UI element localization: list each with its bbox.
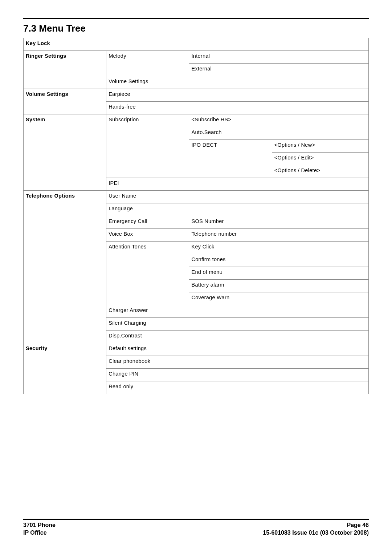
menu-system-ipei: IPEI [106, 178, 369, 191]
footer-rule [23, 519, 369, 520]
menu-ringer-internal: Internal [189, 51, 369, 64]
menu-system-subscription: Subscription [106, 114, 189, 178]
menu-system-options-delete: <Options / Delete> [272, 165, 368, 178]
section-title: 7.3 Menu Tree [23, 23, 369, 34]
menu-ringer-volume: Volume Settings [106, 76, 369, 89]
menu-tel-battery: Battery alarm [189, 280, 369, 292]
menu-tree-table: Key Lock Ringer Settings Melody Internal… [23, 38, 369, 394]
menu-ringer-settings: Ringer Settings [24, 51, 106, 89]
menu-tel-language: Language [106, 203, 369, 216]
menu-sec-clear: Clear phonebook [106, 356, 369, 369]
menu-telephone-options: Telephone Options [24, 191, 106, 343]
menu-key-lock: Key Lock [24, 38, 369, 51]
menu-sec-default: Default settings [106, 343, 369, 356]
menu-system-options-new: <Options / New> [272, 140, 368, 153]
menu-volume-earpiece: Earpiece [106, 89, 369, 102]
menu-tel-silent: Silent Charging [106, 318, 369, 331]
menu-tel-voicebox: Voice Box [106, 229, 189, 242]
footer-left-1: 3701 Phone [23, 521, 56, 529]
menu-tel-endmenu: End of menu [189, 267, 369, 280]
menu-volume-handsfree: Hands-free [106, 102, 369, 114]
menu-sec-readonly: Read only [106, 381, 369, 394]
menu-system-autosearch: Auto.Search [189, 127, 369, 140]
top-rule [23, 18, 369, 19]
menu-tel-sos: SOS Number [189, 216, 369, 229]
page-footer: 3701 Phone Page 46 IP Office 15-601083 I… [23, 519, 369, 537]
menu-volume-settings: Volume Settings [24, 89, 106, 114]
menu-tel-attention: Attention Tones [106, 242, 189, 305]
footer-right-1: Page 46 [347, 521, 369, 529]
menu-tel-keyclick: Key Click [189, 242, 369, 254]
menu-tel-coverage: Coverage Warn [189, 292, 369, 305]
menu-tel-username: User Name [106, 191, 369, 203]
menu-system-options-edit: <Options / Edit> [272, 153, 368, 165]
menu-security: Security [24, 343, 106, 394]
footer-right-2: 15-601083 Issue 01c (03 October 2008) [263, 529, 369, 537]
menu-tel-phonenum: Telephone number [189, 229, 369, 242]
menu-system: System [24, 114, 106, 191]
menu-tel-emergency: Emergency Call [106, 216, 189, 229]
menu-ringer-external: External [189, 64, 369, 76]
menu-tel-confirm: Confirm tones [189, 254, 369, 267]
menu-tel-charger: Charger Answer [106, 305, 369, 318]
menu-tel-contrast: Disp.Contrast [106, 331, 369, 343]
menu-ringer-melody: Melody [106, 51, 189, 76]
footer-left-2: IP Office [23, 529, 47, 537]
menu-sec-pin: Change PIN [106, 369, 369, 381]
menu-system-subscribe-hs: <Subscribe HS> [189, 114, 369, 127]
menu-system-ipodect: IPO DECT [189, 140, 272, 178]
